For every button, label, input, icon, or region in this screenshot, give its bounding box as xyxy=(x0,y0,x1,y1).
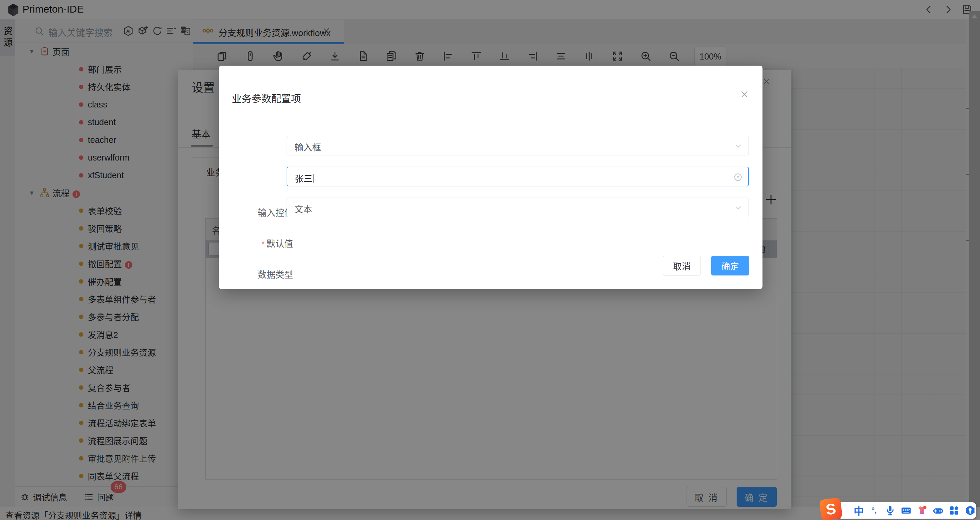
svg-text:°,: °, xyxy=(872,506,877,515)
clear-input-icon[interactable] xyxy=(733,173,743,182)
select-value: 输入框 xyxy=(294,141,321,153)
modal-title: 业务参数配置项 xyxy=(232,91,301,105)
text-caret xyxy=(313,174,313,183)
punctuation-icon[interactable]: °, xyxy=(869,505,880,516)
select-value: 文本 xyxy=(294,202,312,215)
app-window: Primeton-IDE 资源 输入关键字搜索 AI文En ▾ 页面 部门展示 … xyxy=(0,0,980,520)
data-type-select[interactable]: 文本 xyxy=(286,198,749,217)
field-label-datatype: 数据类型 xyxy=(239,268,293,280)
chevron-down-icon xyxy=(733,203,743,212)
ime-toolbar: S 中 °, xyxy=(838,502,976,518)
business-param-modal: 业务参数配置项 输入控件 输入框 *默认值 张三 数据类型 文本 取消 确定 xyxy=(219,66,762,289)
skin-icon[interactable] xyxy=(916,505,928,516)
modal-cancel-button[interactable]: 取消 xyxy=(663,256,701,276)
required-asterisk: * xyxy=(261,239,265,249)
field-label-control: 输入控件 xyxy=(239,206,293,218)
ime-mode-chinese[interactable]: 中 xyxy=(854,503,864,518)
microphone-icon[interactable] xyxy=(885,505,896,516)
field-label-default: *默认值 xyxy=(239,237,293,249)
chevron-down-icon xyxy=(733,141,743,151)
apps-grid-icon[interactable] xyxy=(948,505,960,516)
keyboard-icon[interactable] xyxy=(900,505,912,516)
modal-close-icon[interactable] xyxy=(740,89,749,99)
gamepad-icon[interactable] xyxy=(932,505,944,516)
control-type-select[interactable]: 输入框 xyxy=(286,136,749,155)
modal-ok-button[interactable]: 确定 xyxy=(711,256,749,276)
input-value: 张三 xyxy=(295,172,313,184)
toolbox-icon[interactable] xyxy=(964,505,976,516)
default-value-input[interactable]: 张三 xyxy=(286,166,749,186)
sogou-logo[interactable]: S xyxy=(819,497,843,520)
